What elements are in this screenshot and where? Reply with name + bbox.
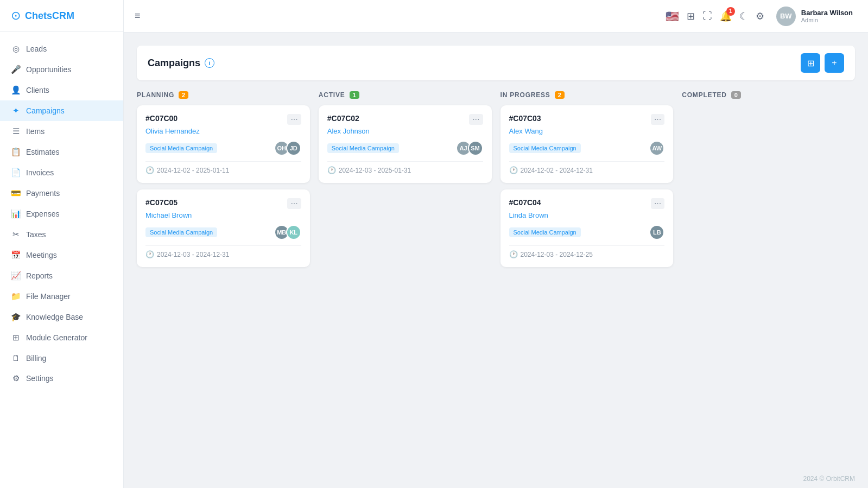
col-header-inprogress: IN PROGRESS 2 — [500, 91, 674, 99]
main-content: Campaigns i ⊞ + PLANNING 2 #C07C00 ··· O… — [124, 33, 868, 470]
payments-icon: 💳 — [11, 188, 21, 198]
sidebar-item-leads[interactable]: ◎ Leads — [0, 39, 123, 59]
clock-icon: 🕐 — [145, 166, 154, 174]
sidebar-item-opportunities[interactable]: 🎤 Opportunities — [0, 59, 123, 80]
clock-icon: 🕐 — [509, 166, 518, 174]
settings-icon[interactable]: ⚙ — [756, 10, 764, 22]
campaigns-icon: ✦ — [11, 106, 21, 116]
sidebar-item-settings[interactable]: ⚙ Settings — [0, 368, 123, 389]
header-buttons: ⊞ + — [801, 53, 844, 73]
card-id: #C07C03 — [509, 114, 541, 123]
card-date: 🕐 2024-12-02 - 2025-01-11 — [145, 166, 301, 174]
card-menu-button[interactable]: ··· — [469, 114, 483, 125]
card-menu-button[interactable]: ··· — [651, 198, 664, 209]
sidebar-item-campaigns[interactable]: ✦ Campaigns — [0, 100, 123, 121]
card-menu-button[interactable]: ··· — [287, 198, 301, 209]
card-date-range: 2024-12-02 - 2024-12-31 — [521, 167, 593, 174]
info-icon[interactable]: i — [205, 58, 214, 68]
logo[interactable]: ⊙ ChetsCRM — [0, 0, 123, 32]
card-person[interactable]: Alex Wang — [509, 127, 665, 135]
card-person[interactable]: Olivia Hernandez — [145, 127, 301, 135]
sidebar-item-payments[interactable]: 💳 Payments — [0, 183, 123, 204]
file-manager-icon: 📁 — [11, 291, 21, 301]
clock-icon: 🕐 — [145, 250, 154, 258]
card-person[interactable]: Michael Brown — [145, 211, 301, 219]
card-menu-button[interactable]: ··· — [651, 114, 664, 125]
fullscreen-icon[interactable]: ⛶ — [702, 10, 712, 22]
card-tag: Social Media Campaign — [145, 227, 217, 237]
card-date: 🕐 2024-12-02 - 2024-12-31 — [509, 166, 665, 174]
flag-icon[interactable]: 🇺🇸 — [666, 10, 679, 23]
add-campaign-button[interactable]: + — [825, 53, 844, 73]
avatar: BW — [776, 7, 796, 26]
grid-view-button[interactable]: ⊞ — [801, 53, 820, 73]
col-header-active: ACTIVE 1 — [319, 91, 492, 99]
card-footer: Social Media Campaign AJSM — [327, 141, 483, 156]
sidebar-item-label: File Manager — [26, 292, 71, 301]
sidebar-item-module-generator[interactable]: ⊞ Module Generator — [0, 327, 123, 348]
clock-icon: 🕐 — [509, 250, 518, 258]
card-top: #C07C03 ··· — [509, 114, 665, 125]
topbar-actions: 🇺🇸 ⊞ ⛶ 🔔 1 ☾ ⚙ BW Barbara Wilson Admin — [666, 4, 857, 28]
card-id: #C07C04 — [509, 198, 541, 207]
user-role: Admin — [801, 17, 853, 23]
user-section[interactable]: BW Barbara Wilson Admin — [772, 4, 857, 28]
col-title-completed: COMPLETED — [682, 91, 727, 99]
sidebar-item-reports[interactable]: 📈 Reports — [0, 265, 123, 286]
sidebar-item-label: Payments — [26, 189, 60, 198]
opportunities-icon: 🎤 — [11, 65, 21, 74]
card-avatars: OHJD — [274, 141, 301, 156]
settings-icon: ⚙ — [11, 373, 21, 383]
campaign-card: #C07C00 ··· Olivia Hernandez Social Medi… — [137, 105, 310, 183]
sidebar-item-expenses[interactable]: 📊 Expenses — [0, 204, 123, 224]
clock-icon: 🕐 — [327, 166, 336, 174]
card-menu-button[interactable]: ··· — [287, 114, 301, 125]
card-id: #C07C00 — [145, 114, 178, 123]
sidebar-item-label: Taxes — [26, 230, 46, 239]
card-date: 🕐 2024-12-03 - 2024-12-25 — [509, 250, 665, 258]
card-person[interactable]: Linda Brown — [509, 211, 665, 219]
billing-icon: 🗒 — [11, 353, 21, 363]
avatar: JD — [286, 141, 301, 156]
sidebar-item-invoices[interactable]: 📄 Invoices — [0, 162, 123, 183]
leads-icon: ◎ — [11, 44, 21, 54]
module-generator-icon: ⊞ — [11, 333, 21, 343]
card-avatars: LB — [649, 225, 664, 240]
sidebar-item-estimates[interactable]: 📋 Estimates — [0, 142, 123, 162]
col-badge-inprogress: 2 — [555, 91, 565, 99]
card-avatars: AW — [649, 141, 664, 156]
sidebar-item-label: Knowledge Base — [26, 313, 83, 321]
hamburger-icon[interactable]: ≡ — [135, 10, 141, 22]
sidebar-item-billing[interactable]: 🗒 Billing — [0, 348, 123, 368]
sidebar-item-label: Billing — [26, 354, 46, 363]
card-avatars: MBKL — [274, 225, 301, 240]
card-date-range: 2024-12-03 - 2025-01-31 — [339, 167, 411, 174]
page-title: Campaigns i — [148, 58, 214, 69]
logo-icon: ⊙ — [11, 9, 21, 23]
card-tag: Social Media Campaign — [327, 143, 399, 153]
col-title-planning: PLANNING — [137, 91, 174, 99]
card-person[interactable]: Alex Johnson — [327, 127, 483, 135]
card-top: #C07C05 ··· — [145, 198, 301, 209]
footer: 2024 © OrbitCRM — [124, 470, 868, 488]
sidebar-item-taxes[interactable]: ✂ Taxes — [0, 224, 123, 245]
theme-icon[interactable]: ☾ — [739, 10, 748, 22]
col-badge-active: 1 — [350, 91, 359, 99]
card-id: #C07C05 — [145, 198, 178, 207]
card-date-range: 2024-12-02 - 2025-01-11 — [157, 167, 229, 174]
sidebar-item-meetings[interactable]: 📅 Meetings — [0, 245, 123, 265]
col-badge-planning: 2 — [179, 91, 188, 99]
sidebar-item-file-manager[interactable]: 📁 File Manager — [0, 286, 123, 307]
sidebar-item-knowledge-base[interactable]: 🎓 Knowledge Base — [0, 307, 123, 327]
card-date-range: 2024-12-03 - 2024-12-25 — [521, 251, 593, 258]
sidebar-item-label: Module Generator — [26, 333, 87, 342]
sidebar-item-clients[interactable]: 👤 Clients — [0, 80, 123, 100]
notification-icon[interactable]: 🔔 1 — [720, 10, 732, 22]
card-avatars: AJSM — [456, 141, 483, 156]
grid-icon[interactable]: ⊞ — [687, 10, 695, 22]
card-top: #C07C00 ··· — [145, 114, 301, 125]
sidebar-item-items[interactable]: ☰ Items — [0, 121, 123, 142]
knowledge-base-icon: 🎓 — [11, 312, 21, 322]
card-footer: Social Media Campaign OHJD — [145, 141, 301, 156]
card-date: 🕐 2024-12-03 - 2025-01-31 — [327, 166, 483, 174]
